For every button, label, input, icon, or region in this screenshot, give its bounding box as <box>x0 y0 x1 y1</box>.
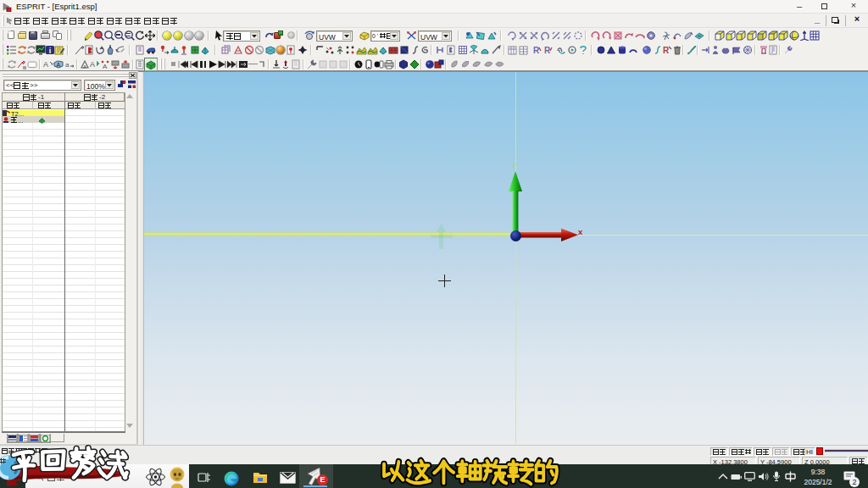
svg-text:a: a <box>65 61 70 69</box>
svg-text:i: i <box>49 47 52 55</box>
svg-text:A: A <box>90 60 95 69</box>
svg-text:A: A <box>57 61 61 67</box>
svg-text:A: A <box>83 64 86 69</box>
svg-text:R: R <box>663 46 670 55</box>
svg-text:A: A <box>103 63 108 69</box>
svg-text:A: A <box>43 60 48 69</box>
svg-text:R: R <box>533 46 540 55</box>
